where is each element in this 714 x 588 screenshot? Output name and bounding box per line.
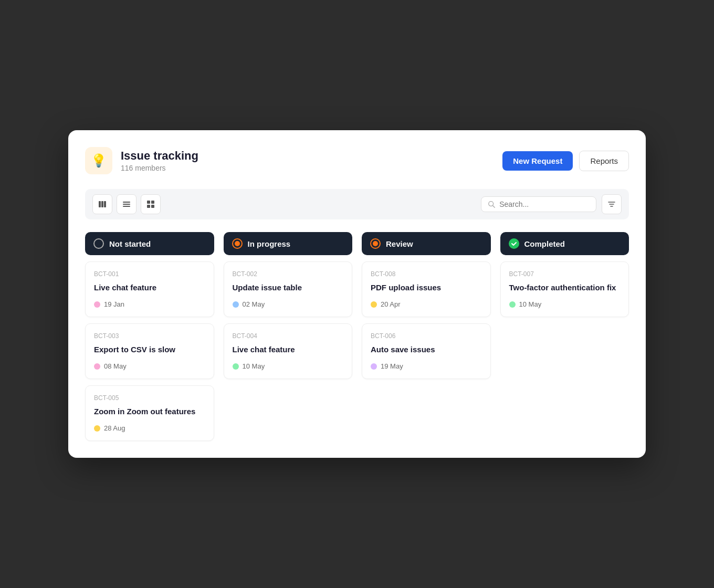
priority-dot — [371, 363, 377, 370]
table-row[interactable]: BCT-004 Live chat feature 10 May — [224, 323, 353, 379]
priority-dot — [94, 301, 100, 308]
priority-dot — [509, 301, 516, 308]
card-meta: 02 May — [233, 300, 344, 308]
card-id: BCT-003 — [94, 332, 205, 340]
header-right: New Request Reports — [502, 151, 629, 171]
table-row[interactable]: BCT-002 Update issue table 02 May — [224, 261, 353, 317]
card-title: PDF upload issues — [371, 282, 482, 293]
filter-icon — [607, 200, 616, 208]
svg-rect-0 — [99, 201, 101, 207]
table-row[interactable]: BCT-003 Export to CSV is slow 08 May — [85, 323, 214, 379]
search-icon — [488, 200, 495, 208]
app-title: Issue tracking — [121, 149, 198, 163]
toolbar — [85, 189, 629, 219]
card-meta: 19 Jan — [94, 300, 205, 308]
view-grid-button[interactable] — [141, 194, 161, 214]
table-row[interactable]: BCT-007 Two-factor authentication fix 10… — [500, 261, 629, 317]
card-title: Export to CSV is slow — [94, 344, 205, 355]
table-row[interactable]: BCT-001 Live chat feature 19 Jan — [85, 261, 214, 317]
new-request-button[interactable]: New Request — [502, 151, 573, 171]
toolbar-right — [481, 194, 622, 214]
card-title: Update issue table — [233, 282, 344, 293]
card-title: Live chat feature — [233, 344, 344, 355]
svg-rect-3 — [123, 202, 130, 203]
svg-rect-7 — [151, 201, 154, 204]
toolbar-view-buttons — [92, 194, 161, 214]
svg-line-11 — [493, 206, 495, 208]
card-date: 19 May — [381, 362, 403, 370]
status-review-icon — [370, 238, 381, 249]
columns-icon — [98, 200, 107, 208]
status-completed-icon — [509, 238, 519, 249]
card-date: 08 May — [104, 362, 127, 370]
card-date: 10 May — [519, 300, 542, 308]
app-icon: 💡 — [85, 147, 112, 174]
card-date: 19 Jan — [104, 300, 124, 308]
table-row[interactable]: BCT-005 Zoom in Zoom out features 28 Aug — [85, 385, 214, 441]
card-title: Two-factor authentication fix — [509, 282, 621, 293]
header-left: 💡 Issue tracking 116 members — [85, 147, 198, 174]
filter-button[interactable] — [602, 194, 622, 214]
view-columns-button[interactable] — [92, 194, 112, 214]
reports-button[interactable]: Reports — [579, 151, 629, 171]
card-date: 10 May — [243, 362, 265, 370]
app-info: Issue tracking 116 members — [121, 149, 198, 172]
list-icon — [122, 200, 131, 208]
card-meta: 10 May — [509, 300, 621, 308]
header: 💡 Issue tracking 116 members New Request… — [85, 147, 629, 174]
column-label: Not started — [109, 239, 151, 248]
column-header-review: Review — [362, 232, 491, 255]
card-meta: 19 May — [371, 362, 482, 370]
priority-dot — [94, 363, 100, 370]
column-header-not-started: Not started — [85, 232, 214, 255]
app-icon-emoji: 💡 — [91, 153, 107, 168]
column-in-progress: In progress BCT-002 Update issue table 0… — [224, 232, 353, 441]
card-meta: 20 Apr — [371, 300, 482, 308]
view-list-button[interactable] — [117, 194, 136, 214]
status-not-started-icon — [93, 238, 104, 249]
svg-rect-5 — [123, 206, 130, 207]
priority-dot — [371, 301, 377, 308]
app-window: 💡 Issue tracking 116 members New Request… — [68, 130, 646, 458]
card-id: BCT-004 — [233, 332, 344, 340]
column-not-started: Not started BCT-001 Live chat feature 19… — [85, 232, 214, 441]
svg-rect-4 — [123, 204, 130, 205]
board: Not started BCT-001 Live chat feature 19… — [85, 232, 629, 441]
search-box — [481, 196, 596, 212]
card-id: BCT-005 — [94, 394, 205, 402]
column-label: In progress — [248, 239, 291, 248]
card-title: Zoom in Zoom out features — [94, 406, 205, 417]
status-in-progress-icon — [232, 238, 243, 249]
column-completed: Completed BCT-007 Two-factor authenticat… — [500, 232, 629, 441]
svg-rect-1 — [101, 201, 103, 207]
card-id: BCT-001 — [94, 270, 205, 278]
card-meta: 28 Aug — [94, 424, 205, 432]
column-label: Completed — [524, 239, 565, 248]
column-label: Review — [386, 239, 413, 248]
search-input[interactable] — [499, 200, 590, 208]
card-title: Live chat feature — [94, 282, 205, 293]
column-header-in-progress: In progress — [224, 232, 353, 255]
column-header-completed: Completed — [500, 232, 629, 255]
app-members: 116 members — [121, 164, 198, 172]
grid-icon — [146, 200, 155, 208]
svg-rect-9 — [151, 205, 154, 208]
card-id: BCT-007 — [509, 270, 621, 278]
column-review: Review BCT-008 PDF upload issues 20 Apr … — [362, 232, 491, 441]
table-row[interactable]: BCT-008 PDF upload issues 20 Apr — [362, 261, 491, 317]
svg-rect-8 — [147, 205, 150, 208]
priority-dot — [233, 301, 239, 308]
card-meta: 08 May — [94, 362, 205, 370]
priority-dot — [94, 425, 100, 432]
table-row[interactable]: BCT-006 Auto save issues 19 May — [362, 323, 491, 379]
priority-dot — [233, 363, 239, 370]
card-date: 02 May — [243, 300, 265, 308]
card-id: BCT-008 — [371, 270, 482, 278]
svg-rect-2 — [104, 201, 106, 207]
card-meta: 10 May — [233, 362, 344, 370]
card-title: Auto save issues — [371, 344, 482, 355]
card-id: BCT-002 — [233, 270, 344, 278]
card-date: 20 Apr — [381, 300, 401, 308]
svg-rect-6 — [147, 201, 150, 204]
card-date: 28 Aug — [104, 424, 125, 432]
